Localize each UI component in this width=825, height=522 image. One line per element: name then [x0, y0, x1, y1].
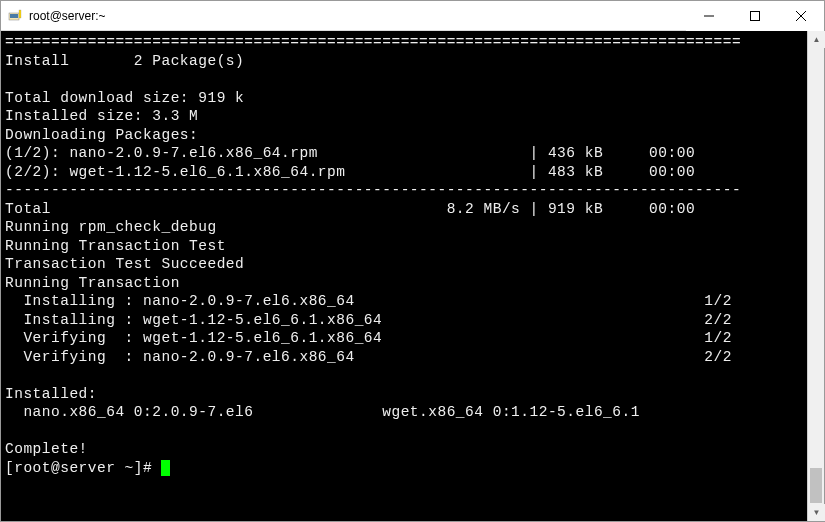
package-2: (2/2): wget-1.12-5.el6_6.1.x86_64.rpm | …	[5, 164, 695, 180]
downloading-packages: Downloading Packages:	[5, 127, 198, 143]
rpm-check-debug: Running rpm_check_debug	[5, 219, 217, 235]
close-button[interactable]	[778, 1, 824, 31]
terminal-output[interactable]: ========================================…	[1, 31, 807, 521]
svg-rect-4	[751, 12, 760, 21]
titlebar-left: root@server:~	[7, 8, 106, 24]
scrollbar[interactable]: ▲ ▼	[807, 31, 824, 521]
separator-line: ========================================…	[5, 34, 741, 50]
package-1: (1/2): nano-2.0.9-7.el6.x86_64.rpm | 436…	[5, 145, 695, 161]
transaction-test: Running Transaction Test	[5, 238, 226, 254]
titlebar: root@server:~	[1, 1, 824, 31]
window-controls	[686, 1, 824, 30]
transaction-succeeded: Transaction Test Succeeded	[5, 256, 244, 272]
installing-1: Installing : nano-2.0.9-7.el6.x86_64 1/2	[5, 293, 732, 309]
verifying-2: Verifying : nano-2.0.9-7.el6.x86_64 2/2	[5, 349, 732, 365]
total-download-size: Total download size: 919 k	[5, 90, 244, 106]
minimize-button[interactable]	[686, 1, 732, 31]
installed-packages: nano.x86_64 0:2.0.9-7.el6 wget.x86_64 0:…	[5, 404, 640, 420]
svg-rect-2	[19, 10, 21, 18]
verifying-1: Verifying : wget-1.12-5.el6_6.1.x86_64 1…	[5, 330, 732, 346]
installing-2: Installing : wget-1.12-5.el6_6.1.x86_64 …	[5, 312, 732, 328]
cursor-block	[161, 460, 170, 476]
putty-icon	[7, 8, 23, 24]
installed-header: Installed:	[5, 386, 97, 402]
install-header: Install 2 Package(s)	[5, 53, 244, 69]
scrollbar-down-arrow[interactable]: ▼	[808, 504, 825, 521]
separator-dash: ----------------------------------------…	[5, 182, 741, 198]
terminal-area: ========================================…	[1, 31, 824, 521]
window-title: root@server:~	[29, 9, 106, 23]
installed-size: Installed size: 3.3 M	[5, 108, 198, 124]
terminal-window: root@server:~ ==========================…	[0, 0, 825, 522]
scrollbar-thumb[interactable]	[810, 468, 822, 503]
scrollbar-up-arrow[interactable]: ▲	[808, 31, 825, 48]
running-transaction: Running Transaction	[5, 275, 180, 291]
svg-rect-1	[10, 14, 18, 18]
complete: Complete!	[5, 441, 88, 457]
scrollbar-track[interactable]	[808, 48, 824, 504]
total-line: Total 8.2 MB/s | 919 kB 00:00	[5, 201, 695, 217]
maximize-button[interactable]	[732, 1, 778, 31]
prompt: [root@server ~]#	[5, 460, 161, 476]
